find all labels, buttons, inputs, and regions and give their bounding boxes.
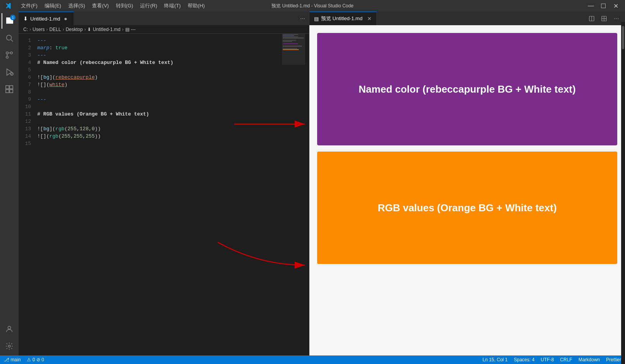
breadcrumb-section-icon: ▤ [125, 27, 129, 32]
menu-terminal[interactable]: 终端(T) [161, 2, 184, 10]
menu-view[interactable]: 查看(V) [89, 2, 112, 10]
status-spaces[interactable]: Spaces: 4 [514, 357, 534, 362]
status-bar: ⎇ main ⚠ 0 ⊘ 0 Ln 15, Col 1 Spaces: 4 UT… [0, 355, 625, 364]
activity-account-icon[interactable] [2, 321, 17, 337]
preview-content: Named color (rebeccapurple BG + White te… [309, 25, 625, 355]
tab-close-button[interactable]: ● [62, 16, 69, 22]
svg-point-1 [7, 35, 12, 40]
svg-point-14 [8, 345, 10, 347]
code-tab[interactable]: ⬇ Untitled-1.md ● [19, 12, 74, 25]
activity-extensions-icon[interactable] [2, 81, 17, 97]
breadcrumb-file-icon: ⬇ [87, 27, 91, 32]
svg-point-13 [8, 326, 10, 329]
preview-tab-icon: ▤ [314, 16, 319, 22]
titlebar-menu: 文件(F) 编辑(E) 选择(S) 查看(V) 转到(G) 运行(R) 终端(T… [18, 2, 208, 10]
status-formatter[interactable]: Prettier [606, 357, 621, 362]
markdown-icon: ⬇ [23, 16, 28, 22]
activity-search-icon[interactable] [2, 30, 17, 46]
status-language[interactable]: Markdown [578, 357, 600, 362]
slide-2-title: RGB values (Orange BG + White text) [370, 194, 565, 222]
svg-line-8 [11, 73, 13, 75]
main-container: 1 [0, 12, 625, 355]
svg-point-5 [6, 56, 9, 59]
menu-goto[interactable]: 转到(G) [113, 2, 136, 10]
code-content: 1 2 3 4 5 6 7 8 9 10 11 12 13 14 15 [19, 34, 309, 355]
breadcrumb-section: --- [131, 27, 136, 32]
breadcrumb-desktop: Desktop [66, 27, 83, 32]
editor-area: ⬇ Untitled-1.md ● ··· C: › Users › DELL … [19, 12, 625, 355]
code-line-6: ![bg](rebeccapurple) [37, 74, 309, 81]
activity-run-icon[interactable] [2, 64, 17, 80]
titlebar-controls: — ☐ ✕ [586, 2, 620, 10]
code-line-7: ![](white) [37, 81, 309, 88]
svg-rect-12 [10, 90, 13, 93]
svg-point-4 [10, 52, 13, 54]
svg-point-3 [6, 52, 9, 54]
code-tab-name: Untitled-1.md [30, 16, 60, 22]
editor-scrollbar[interactable] [621, 22, 625, 355]
menu-edit[interactable]: 编辑(E) [41, 2, 64, 10]
code-line-3: --- [37, 52, 309, 59]
code-panel: ⬇ Untitled-1.md ● ··· C: › Users › DELL … [19, 12, 309, 355]
breadcrumb-users: Users [33, 27, 45, 32]
code-line-13: ![bg](rgb(255,128,0)) [37, 125, 309, 133]
preview-tab[interactable]: ▤ 预览 Untitled-1.md ✕ [309, 12, 377, 25]
status-branch[interactable]: ⎇ main [4, 357, 21, 362]
code-line-5 [37, 66, 309, 74]
explorer-badge: 1 [10, 15, 16, 20]
titlebar-title: 预览 Untitled-1.md - Visual Studio Code [271, 3, 353, 9]
activity-settings-icon[interactable] [2, 338, 17, 354]
code-line-9: --- [37, 96, 309, 103]
menu-help[interactable]: 帮助(H) [185, 2, 208, 10]
slide-1-title: Named color (rebeccapurple BG + White te… [351, 76, 584, 103]
code-line-15 [37, 140, 309, 147]
svg-line-2 [11, 40, 13, 41]
status-right: Ln 15, Col 1 Spaces: 4 UTF-8 CRLF Markdo… [483, 357, 621, 362]
code-tab-bar: ⬇ Untitled-1.md ● ··· [19, 12, 309, 25]
breadcrumb-c: C: [23, 27, 28, 32]
code-line-12 [37, 118, 309, 125]
preview-tab-name: 预览 Untitled-1.md [321, 15, 363, 22]
code-line-10 [37, 103, 309, 110]
code-lines[interactable]: --- marp: true --- # Named color (rebecc… [34, 34, 309, 355]
minimize-button[interactable]: — [586, 2, 596, 10]
tab-more-button[interactable]: ··· [296, 12, 309, 25]
open-to-side-button[interactable] [586, 13, 597, 24]
line-numbers: 1 2 3 4 5 6 7 8 9 10 11 12 13 14 15 [19, 34, 34, 355]
svg-rect-11 [6, 90, 9, 93]
preview-slide-1: Named color (rebeccapurple BG + White te… [317, 33, 617, 145]
activity-bar: 1 [0, 12, 19, 355]
preview-slide-2: RGB values (Orange BG + White text) [317, 152, 617, 264]
preview-panel: ▤ 预览 Untitled-1.md ✕ [309, 12, 625, 355]
breadcrumb-dell: DELL [49, 27, 61, 32]
titlebar-left: 文件(F) 编辑(E) 选择(S) 查看(V) 转到(G) 运行(R) 终端(T… [5, 2, 208, 10]
vscode-logo-icon [5, 2, 12, 9]
split-editor-button[interactable] [599, 13, 609, 24]
titlebar: 文件(F) 编辑(E) 选择(S) 查看(V) 转到(G) 运行(R) 终端(T… [0, 0, 625, 12]
menu-run[interactable]: 运行(R) [137, 2, 160, 10]
menu-file[interactable]: 文件(F) [18, 2, 41, 10]
status-errors[interactable]: ⚠ 0 ⊘ 0 [27, 357, 44, 362]
activity-explorer-icon[interactable]: 1 [2, 13, 17, 29]
activity-source-control-icon[interactable] [2, 47, 17, 63]
status-encoding[interactable]: UTF-8 [541, 357, 554, 362]
preview-more-button[interactable]: ··· [611, 13, 622, 24]
close-button[interactable]: ✕ [611, 2, 620, 10]
minimap [282, 34, 305, 65]
status-eol[interactable]: CRLF [560, 357, 572, 362]
code-line-14: ![](rgb(255,255,255)) [37, 133, 309, 140]
code-line-2: marp: true [37, 44, 309, 52]
svg-rect-9 [6, 86, 9, 89]
code-line-1: --- [37, 37, 309, 44]
status-cursor[interactable]: Ln 15, Col 1 [483, 357, 508, 362]
preview-actions: ··· [583, 12, 625, 25]
breadcrumb: C: › Users › DELL › Desktop › ⬇ Untitled… [19, 25, 309, 34]
preview-tab-close[interactable]: ✕ [367, 16, 372, 22]
breadcrumb-filename: Untitled-1.md [93, 27, 120, 32]
code-line-11: # RGB values (Orange BG + White text) [37, 110, 309, 118]
code-line-4: # Named color (rebeccapurple BG + White … [37, 59, 309, 66]
maximize-button[interactable]: ☐ [599, 2, 608, 10]
menu-select[interactable]: 选择(S) [65, 2, 88, 10]
code-line-8 [37, 88, 309, 96]
svg-rect-10 [10, 86, 13, 89]
